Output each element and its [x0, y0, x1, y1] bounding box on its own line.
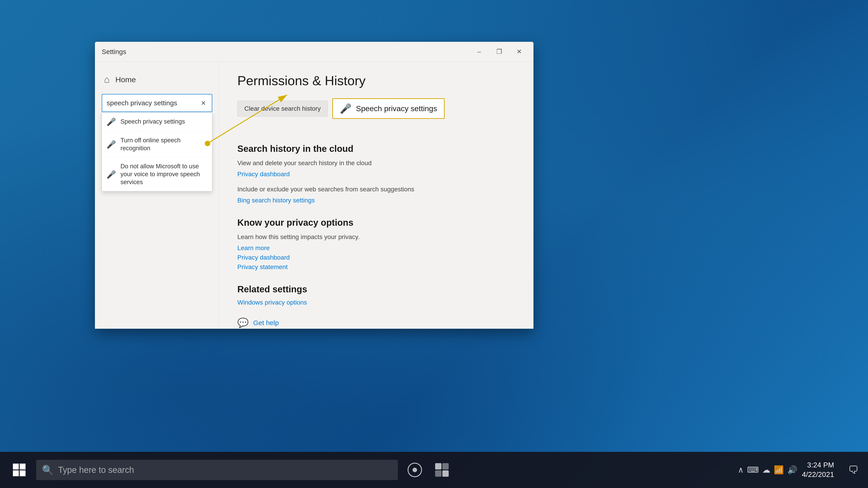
search-clear-button[interactable]: ✕ [197, 97, 209, 109]
bing-search-desc: Include or exclude your web searches fro… [237, 185, 515, 194]
taskbar-search-placeholder: Type here to search [58, 465, 134, 475]
speech-icon-1: 🎤 [106, 117, 116, 126]
date-display: 4/22/2021 [802, 470, 834, 480]
main-content: Permissions & History Clear device searc… [219, 62, 533, 329]
window-title: Settings [102, 48, 126, 56]
task-view-button[interactable] [402, 460, 427, 480]
svg-rect-11 [435, 470, 441, 477]
clock[interactable]: 3:24 PM 4/22/2021 [802, 460, 839, 479]
taskbar: 🔍 Type here to search ∧ ⌨ ☁ 📶 🔊 3:24 PM … [0, 452, 868, 488]
know-privacy-title: Know your privacy options [237, 218, 515, 228]
learn-more-link[interactable]: Learn more [237, 245, 515, 252]
keyboard-icon[interactable]: ⌨ [747, 465, 759, 475]
dropdown-item-1[interactable]: 🎤 Speech privacy settings [102, 112, 212, 131]
svg-rect-4 [20, 464, 26, 469]
sidebar: ⌂ Home ✕ 🎤 Speech privacy settings 🎤 Tur… [95, 62, 219, 329]
close-button[interactable]: ✕ [509, 42, 529, 62]
speech-result-label: Speech privacy settings [356, 104, 437, 113]
chevron-up-icon[interactable]: ∧ [738, 465, 744, 475]
start-button[interactable] [4, 459, 34, 481]
taskbar-search-icon: 🔍 [42, 464, 54, 476]
speech-icon-2: 🎤 [106, 140, 116, 149]
onedrive-icon[interactable]: ☁ [762, 465, 770, 475]
get-help-icon: 💬 [237, 318, 249, 328]
home-icon: ⌂ [104, 74, 110, 85]
search-wrapper: ✕ 🎤 Speech privacy settings 🎤 Turn off o… [95, 91, 219, 116]
svg-rect-6 [20, 470, 26, 476]
search-history-desc: View and delete your search history in t… [237, 158, 515, 168]
speech-icon-3: 🎤 [106, 170, 116, 179]
get-help-row[interactable]: 💬 Get help [237, 318, 515, 328]
svg-rect-3 [13, 464, 19, 469]
notification-button[interactable]: 🗨 [843, 460, 864, 480]
time-display: 3:24 PM [807, 460, 834, 470]
window-body: ⌂ Home ✕ 🎤 Speech privacy settings 🎤 Tur… [95, 62, 533, 329]
settings-window: Settings – ❐ ✕ ⌂ Home ✕ 🎤 [95, 42, 533, 329]
volume-icon[interactable]: 🔊 [787, 465, 798, 475]
widgets-button[interactable] [430, 460, 454, 480]
dropdown-item-2-text: Turn off online speech recognition [121, 136, 208, 152]
privacy-statement-link[interactable]: Privacy statement [237, 263, 515, 271]
speech-privacy-result-box[interactable]: 🎤 Speech privacy settings [332, 98, 445, 119]
page-title: Permissions & History [237, 73, 515, 88]
home-label: Home [115, 75, 136, 84]
dropdown-item-2[interactable]: 🎤 Turn off online speech recognition [102, 131, 212, 158]
titlebar: Settings – ❐ ✕ [95, 42, 533, 62]
taskbar-right: ∧ ⌨ ☁ 📶 🔊 3:24 PM 4/22/2021 🗨 [738, 452, 864, 488]
bing-search-history-link[interactable]: Bing search history settings [237, 197, 515, 204]
search-history-title: Search history in the cloud [237, 144, 515, 154]
clear-history-button[interactable]: Clear device search history [237, 101, 328, 117]
search-dropdown: 🎤 Speech privacy settings 🎤 Turn off onl… [102, 112, 212, 191]
minimize-button[interactable]: – [469, 42, 489, 62]
sidebar-home[interactable]: ⌂ Home [95, 68, 219, 91]
top-buttons: Clear device search history 🎤 Speech pri… [237, 98, 515, 119]
windows-privacy-options-link[interactable]: Windows privacy options [237, 299, 515, 306]
notification-icon: 🗨 [848, 464, 859, 476]
speech-privacy-icon: 🎤 [340, 103, 351, 114]
svg-rect-12 [442, 470, 449, 477]
related-settings-title: Related settings [237, 284, 515, 294]
taskbar-search[interactable]: 🔍 Type here to search [36, 460, 398, 480]
maximize-button[interactable]: ❐ [489, 42, 509, 62]
svg-rect-9 [435, 463, 441, 469]
know-privacy-desc: Learn how this setting impacts your priv… [237, 232, 515, 242]
dropdown-item-3-text: Do not allow Microsoft to use your voice… [121, 162, 208, 186]
get-help-label: Get help [253, 319, 279, 327]
search-input[interactable] [102, 94, 212, 112]
privacy-dashboard-link-2[interactable]: Privacy dashboard [237, 254, 515, 261]
svg-rect-10 [442, 463, 449, 469]
svg-point-8 [412, 468, 417, 472]
titlebar-controls: – ❐ ✕ [469, 42, 529, 61]
dropdown-item-1-text: Speech privacy settings [121, 118, 185, 126]
wifi-icon[interactable]: 📶 [774, 465, 784, 475]
systray: ∧ ⌨ ☁ 📶 🔊 [738, 465, 798, 475]
dropdown-item-3[interactable]: 🎤 Do not allow Microsoft to use your voi… [102, 158, 212, 191]
svg-rect-5 [13, 470, 19, 476]
privacy-dashboard-link-1[interactable]: Privacy dashboard [237, 170, 515, 178]
